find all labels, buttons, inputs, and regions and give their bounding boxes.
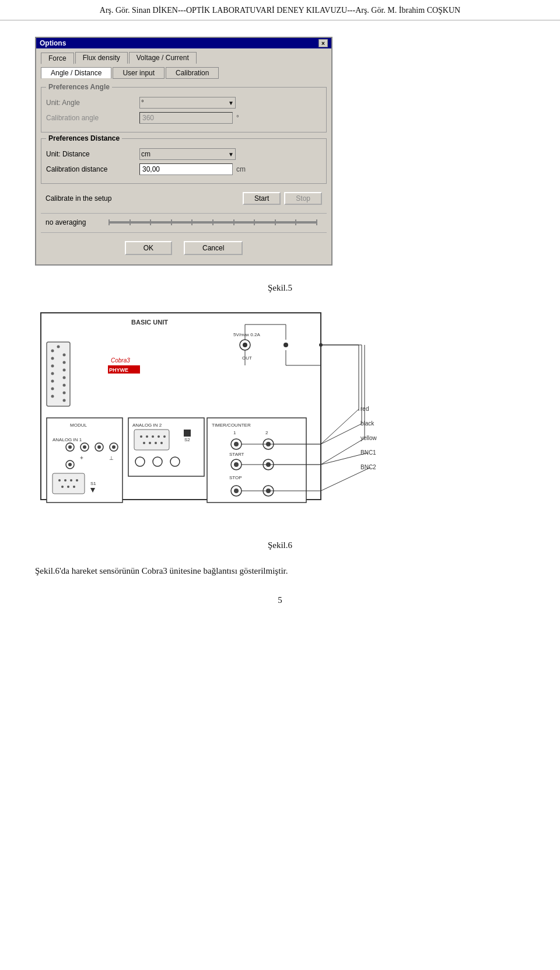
figure5-caption: Şekil.5 bbox=[35, 283, 525, 293]
basic-unit-container: BASIC UNIT Cobra3 PHYWE 5V/max 0.2A OUT bbox=[35, 307, 525, 535]
svg-point-12 bbox=[284, 343, 288, 347]
basic-unit-diagram: BASIC UNIT Cobra3 PHYWE 5V/max 0.2A OUT bbox=[35, 307, 443, 535]
svg-point-73 bbox=[63, 376, 66, 379]
dialog-title: Options bbox=[40, 39, 66, 47]
slider-tick bbox=[254, 219, 255, 225]
tab-force[interactable]: Force bbox=[41, 53, 74, 64]
tab-row-1: Force Flux density Voltage / Current bbox=[41, 52, 327, 64]
svg-text:PHYWE: PHYWE bbox=[109, 367, 128, 373]
close-button[interactable]: × bbox=[318, 39, 328, 47]
svg-text:BNC1: BNC1 bbox=[360, 449, 376, 456]
svg-text:OUT: OUT bbox=[242, 355, 252, 361]
unit-angle-value: ° bbox=[141, 99, 144, 107]
page-number: 5 bbox=[35, 595, 525, 605]
svg-point-58 bbox=[67, 486, 69, 488]
preferences-angle-group: Preferences Angle Unit: Angle ° ▼ Calibr… bbox=[41, 87, 327, 132]
svg-point-74 bbox=[63, 384, 66, 387]
calibration-angle-label: Calibration angle bbox=[46, 114, 139, 122]
tab-row-2: Angle / Distance User input Calibration bbox=[41, 67, 327, 79]
svg-text:TIMER/COUNTER: TIMER/COUNTER bbox=[212, 423, 251, 428]
unit-angle-select[interactable]: ° ▼ bbox=[139, 97, 236, 109]
calibration-angle-input bbox=[139, 112, 233, 124]
svg-point-22 bbox=[158, 435, 160, 438]
svg-point-67 bbox=[51, 380, 54, 383]
svg-point-7 bbox=[243, 343, 247, 347]
svg-point-25 bbox=[149, 442, 151, 444]
svg-point-46 bbox=[234, 489, 239, 493]
slider-tick bbox=[275, 219, 276, 225]
dialog-titlebar: Options × bbox=[36, 38, 331, 48]
svg-point-72 bbox=[63, 369, 66, 372]
start-button[interactable]: Start bbox=[243, 192, 281, 205]
svg-point-65 bbox=[51, 365, 54, 368]
svg-point-110 bbox=[319, 343, 323, 347]
svg-text:BASIC UNIT: BASIC UNIT bbox=[131, 319, 168, 326]
tab-user-input[interactable]: User input bbox=[113, 67, 164, 79]
svg-point-59 bbox=[73, 486, 75, 488]
svg-rect-62 bbox=[47, 342, 70, 406]
slider-tick bbox=[130, 219, 131, 225]
svg-point-81 bbox=[83, 445, 86, 449]
stop-button[interactable]: Stop bbox=[284, 192, 322, 205]
svg-line-91 bbox=[321, 409, 359, 444]
unit-distance-dropdown-arrow: ▼ bbox=[228, 151, 234, 158]
averaging-label: no averaging bbox=[46, 218, 104, 226]
svg-text:yellow: yellow bbox=[360, 435, 377, 441]
calibration-angle-row: Calibration angle ° bbox=[46, 112, 321, 124]
tab-flux-density[interactable]: Flux density bbox=[75, 52, 128, 64]
divider bbox=[41, 213, 327, 214]
svg-rect-18 bbox=[134, 430, 169, 450]
slider-dots bbox=[108, 219, 317, 225]
svg-rect-52 bbox=[52, 473, 85, 494]
unit-angle-dropdown-arrow: ▼ bbox=[228, 100, 234, 106]
svg-rect-31 bbox=[207, 418, 306, 503]
svg-point-53 bbox=[58, 479, 61, 481]
calibration-distance-input[interactable] bbox=[139, 163, 233, 175]
svg-text:S2: S2 bbox=[184, 437, 190, 442]
calibration-distance-row: Calibration distance cm bbox=[46, 163, 321, 175]
svg-point-89 bbox=[68, 463, 72, 466]
svg-text:1: 1 bbox=[233, 430, 236, 435]
preferences-angle-label: Preferences Angle bbox=[46, 83, 112, 91]
header-text: Arş. Gör. Sinan DİKEN---OPTİK LABORATUVA… bbox=[100, 6, 460, 15]
svg-point-77 bbox=[57, 346, 60, 348]
svg-point-71 bbox=[63, 361, 66, 364]
unit-distance-label: Unit: Distance bbox=[46, 150, 139, 158]
svg-point-24 bbox=[143, 442, 145, 444]
svg-text:⊥: ⊥ bbox=[109, 455, 114, 461]
svg-text:2: 2 bbox=[265, 430, 268, 435]
calibrate-buttons: Start Stop bbox=[243, 192, 322, 205]
ok-button[interactable]: OK bbox=[125, 241, 172, 255]
tab-angle-distance[interactable]: Angle / Distance bbox=[41, 67, 111, 79]
svg-text:ANALOG IN 1: ANALOG IN 1 bbox=[52, 437, 82, 442]
svg-point-66 bbox=[51, 372, 54, 375]
svg-text:S1: S1 bbox=[90, 481, 96, 486]
svg-text:5V/max 0.2A: 5V/max 0.2A bbox=[233, 332, 260, 337]
svg-point-76 bbox=[63, 399, 66, 402]
svg-point-79 bbox=[68, 445, 72, 449]
slider-tick bbox=[295, 219, 296, 225]
tab-calibration[interactable]: Calibration bbox=[166, 67, 219, 79]
cancel-button[interactable]: Cancel bbox=[184, 241, 243, 255]
preferences-distance-label: Preferences Distance bbox=[46, 134, 122, 142]
svg-point-83 bbox=[97, 445, 101, 449]
svg-point-55 bbox=[70, 479, 72, 481]
svg-point-19 bbox=[140, 435, 142, 438]
svg-text:Cobra3: Cobra3 bbox=[111, 357, 130, 364]
calibration-distance-label: Calibration distance bbox=[46, 165, 139, 173]
averaging-slider[interactable] bbox=[108, 221, 317, 224]
svg-point-75 bbox=[63, 392, 66, 395]
tab-voltage-current[interactable]: Voltage / Current bbox=[129, 52, 197, 64]
calibration-angle-unit: ° bbox=[236, 114, 239, 122]
unit-angle-label: Unit: Angle bbox=[46, 99, 139, 107]
svg-point-85 bbox=[112, 445, 116, 449]
svg-point-27 bbox=[160, 442, 163, 444]
basic-unit-wrapper: BASIC UNIT Cobra3 PHYWE 5V/max 0.2A OUT bbox=[35, 307, 443, 535]
svg-point-21 bbox=[152, 435, 154, 438]
svg-line-95 bbox=[321, 438, 365, 465]
figure6-caption: Şekil.6 bbox=[35, 540, 525, 550]
svg-point-23 bbox=[163, 435, 166, 438]
unit-distance-select[interactable]: cm ▼ bbox=[139, 148, 236, 160]
svg-text:ANALOG IN 2: ANALOG IN 2 bbox=[132, 423, 162, 428]
svg-point-63 bbox=[51, 350, 54, 353]
